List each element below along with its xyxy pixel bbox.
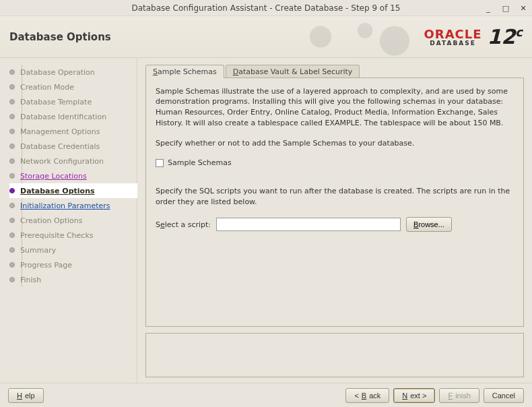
step-dot-icon — [9, 158, 15, 164]
step-dot-icon — [9, 173, 15, 179]
back-button[interactable]: < Back — [345, 388, 389, 403]
step-dot-icon — [9, 69, 15, 75]
tab-panel-sample-schemas: Sample Schemas illustrate the use of a l… — [145, 77, 524, 327]
step-dot-icon — [9, 129, 15, 134]
close-icon[interactable]: ✕ — [519, 3, 528, 13]
step-dot-icon — [9, 247, 15, 253]
scripts-help-text: Specify the SQL scripts you want to run … — [156, 186, 514, 208]
tab-row: Sample Schemas Database Vault & Label Se… — [145, 63, 524, 78]
maximize-icon[interactable]: □ — [501, 3, 510, 13]
header: Database Options ORACLE DATABASE 12c — [0, 16, 532, 58]
step-initialization-parameters[interactable]: Initialization Parameters — [9, 198, 137, 213]
next-button[interactable]: Next > — [393, 388, 435, 403]
window-controls: _ □ ✕ — [484, 0, 528, 16]
step-dot-icon — [9, 114, 15, 119]
sample-schemas-description: Sample Schemas illustrate the use of a l… — [156, 86, 514, 129]
finish-button: Finish — [439, 388, 479, 403]
help-button[interactable]: Help — [8, 388, 44, 403]
scripts-list-box — [145, 333, 524, 378]
step-database-options[interactable]: Database Options — [9, 183, 137, 198]
tab-database-vault[interactable]: Database Vault & Label Security — [226, 65, 360, 78]
wizard-steps-sidebar: Database Operation Creation Mode Databas… — [0, 58, 137, 383]
step-dot-icon — [9, 218, 15, 223]
step-progress-page: Progress Page — [9, 257, 137, 272]
script-select-label: Select a script: — [156, 220, 211, 229]
step-prerequisite-checks: Prerequisite Checks — [9, 228, 137, 243]
window-title: Database Configuration Assistant - Creat… — [131, 3, 400, 13]
step-finish: Finish — [9, 272, 137, 287]
oracle-logo: ORACLE DATABASE 12c — [424, 25, 523, 49]
step-creation-mode: Creation Mode — [9, 80, 137, 94]
footer: Help < Back Next > Finish Cancel — [0, 383, 532, 407]
sample-schemas-checkbox-row: Sample Schemas — [156, 158, 514, 167]
logo-version: 12c — [488, 25, 523, 49]
step-creation-options: Creation Options — [9, 213, 137, 228]
step-summary: Summary — [9, 243, 137, 257]
sample-schemas-checkbox[interactable] — [156, 159, 164, 167]
logo-brand: ORACLE — [424, 27, 482, 41]
step-database-operation: Database Operation — [9, 65, 137, 80]
tab-sample-schemas[interactable]: Sample Schemas — [145, 65, 224, 78]
step-dot-icon — [9, 188, 15, 193]
step-dot-icon — [9, 203, 15, 208]
step-dot-icon — [9, 277, 15, 282]
titlebar: Database Configuration Assistant - Creat… — [0, 0, 532, 16]
sample-schemas-specify: Specify whether or not to add the Sample… — [156, 138, 514, 149]
script-path-input[interactable] — [216, 218, 401, 231]
step-dot-icon — [9, 232, 15, 238]
browse-button[interactable]: Browse... — [406, 217, 452, 232]
step-database-template: Database Template — [9, 94, 137, 109]
step-database-identification: Database Identification — [9, 109, 137, 124]
header-decoration — [276, 16, 424, 57]
page-title: Database Options — [9, 31, 111, 43]
step-database-credentials: Database Credentials — [9, 139, 137, 154]
step-network-configuration: Network Configuration — [9, 154, 137, 168]
step-dot-icon — [9, 262, 15, 268]
logo-sub: DATABASE — [430, 40, 476, 46]
sample-schemas-checkbox-label: Sample Schemas — [168, 158, 232, 167]
minimize-icon[interactable]: _ — [484, 3, 493, 13]
cancel-button[interactable]: Cancel — [484, 388, 524, 403]
step-management-options: Management Options — [9, 124, 137, 139]
main-panel: Sample Schemas Database Vault & Label Se… — [137, 58, 532, 383]
step-storage-locations[interactable]: Storage Locations — [9, 168, 137, 183]
step-dot-icon — [9, 84, 15, 90]
script-select-row: Select a script: Browse... — [156, 217, 514, 232]
step-dot-icon — [9, 144, 15, 149]
step-dot-icon — [9, 99, 15, 104]
